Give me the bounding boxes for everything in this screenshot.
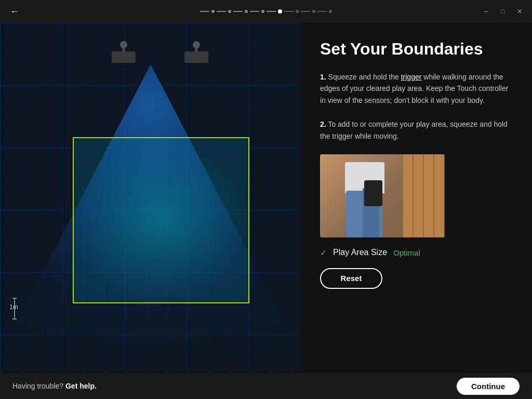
titlebar-left: ←	[6, 3, 23, 20]
vr-photo	[320, 154, 445, 237]
svg-point-6	[120, 41, 127, 48]
help-prefix: Having trouble?	[12, 382, 65, 390]
close-button[interactable]: ✕	[513, 5, 526, 18]
progress-line-8	[317, 11, 327, 12]
progress-dot-7	[329, 10, 332, 13]
scale-marker: 1m	[9, 301, 18, 311]
instruction-1-text: 1. Squeeze and hold the trigger while wa…	[320, 71, 513, 106]
progress-line-3	[233, 11, 243, 12]
continue-button[interactable]: Continue	[457, 378, 520, 395]
reset-button[interactable]: Reset	[320, 268, 382, 289]
left-panel: 1m	[0, 23, 301, 373]
progress-dot-6	[312, 10, 315, 13]
check-icon: ✓	[320, 248, 327, 258]
instruction-2-text: 2. To add to or complete your play area,…	[320, 118, 513, 142]
progress-dot-1	[211, 10, 215, 13]
help-link[interactable]: Get help.	[65, 382, 97, 390]
optimal-badge: Optimal	[393, 248, 420, 257]
scale-label: 1m	[9, 303, 18, 311]
progress-dot-2	[228, 10, 231, 13]
back-button[interactable]: ←	[6, 3, 23, 20]
progress-line-6	[284, 11, 294, 12]
progress-line-5	[267, 11, 276, 12]
boundary-rectangle	[73, 137, 249, 303]
photo-person	[336, 157, 398, 237]
bottom-bar: Having trouble? Get help. Continue	[0, 373, 532, 399]
page-title: Set Your Boundaries	[320, 39, 513, 59]
titlebar: ← ─ □ ✕	[0, 0, 532, 23]
progress-dot-4	[261, 10, 264, 13]
progress-dot-active	[278, 9, 282, 14]
titlebar-controls: ─ □ ✕	[480, 5, 526, 18]
play-area-row: ✓ Play Area Size Optimal	[320, 248, 513, 258]
instruction-2: 2. To add to or complete your play area,…	[320, 118, 513, 142]
progress-dot-5	[296, 10, 299, 13]
instruction-1: 1. Squeeze and hold the trigger while wa…	[320, 71, 513, 106]
minimize-button[interactable]: ─	[480, 5, 493, 18]
trigger-link: trigger	[401, 73, 422, 81]
svg-point-9	[193, 41, 200, 48]
progress-line-7	[301, 11, 310, 12]
photo-controller	[364, 180, 382, 206]
right-panel: Set Your Boundaries 1. Squeeze and hold …	[301, 23, 532, 373]
play-area-label: Play Area Size	[333, 248, 387, 257]
photo-wall	[403, 154, 445, 237]
main-content: 1m Set Your Boundaries 1. Squeeze and ho…	[0, 23, 532, 373]
progress-line-1	[200, 11, 209, 12]
svg-rect-4	[112, 51, 136, 63]
progress-dot-3	[245, 10, 248, 13]
progress-line-2	[217, 11, 226, 12]
progress-line-4	[250, 11, 259, 12]
maximize-button[interactable]: □	[497, 5, 509, 18]
instruction-2-number: 2.	[320, 120, 326, 128]
help-text: Having trouble? Get help.	[12, 382, 97, 390]
svg-rect-7	[184, 51, 208, 63]
progress-track	[200, 9, 332, 14]
instruction-1-number: 1.	[320, 73, 326, 81]
